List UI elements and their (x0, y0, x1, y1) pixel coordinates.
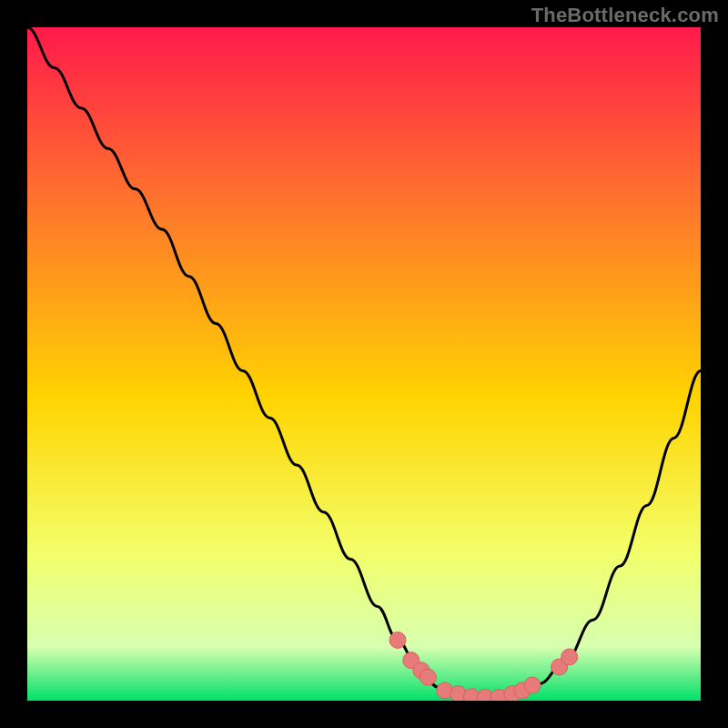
marker-point (524, 677, 541, 693)
marker-point (561, 649, 578, 665)
chart-stage: TheBottleneck.com (0, 0, 728, 728)
gradient-background (27, 27, 701, 701)
bottleneck-chart (27, 27, 701, 701)
marker-point (420, 669, 436, 685)
marker-point (389, 632, 406, 648)
attribution-label: TheBottleneck.com (531, 4, 719, 27)
